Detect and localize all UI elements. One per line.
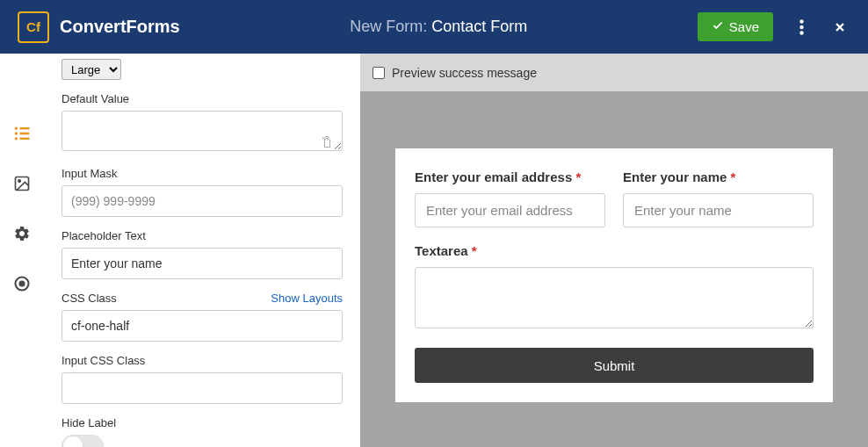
tab-fields[interactable] [12,124,32,143]
svg-point-7 [15,132,18,134]
show-layouts-link[interactable]: Show Layouts [271,292,343,305]
page-title: New Form: Contact Form [180,18,698,36]
title-prefix: New Form: [350,18,431,35]
default-value-input[interactable] [61,111,343,151]
svg-rect-8 [20,133,30,135]
hide-label-label: Hide Label [61,416,343,429]
submit-button[interactable]: Submit [415,348,814,383]
preview-panel: Preview success message Enter your email… [360,54,868,447]
preview-success-checkbox[interactable] [373,67,385,79]
css-class-label: CSS Class [61,292,117,305]
input-css-class-label: Input CSS Class [61,354,343,367]
textarea-field-label: Textarea * [415,243,814,258]
placeholder-text-label: Placeholder Text [61,229,343,242]
save-label: Save [729,19,759,34]
svg-rect-6 [20,127,30,130]
name-field[interactable] [623,193,814,227]
svg-point-0 [799,19,803,23]
svg-point-14 [20,282,25,286]
tab-design[interactable] [12,174,32,193]
title-name: Contact Form [431,18,527,35]
toggle-handle [63,436,83,447]
email-field[interactable] [415,193,605,227]
svg-point-12 [18,180,20,183]
svg-rect-10 [20,138,30,141]
svg-point-5 [15,127,18,130]
input-mask-input[interactable] [61,185,343,217]
size-select[interactable]: Large [61,59,121,80]
email-field-label: Enter your email address * [415,169,605,184]
logo-icon: Cf [18,11,49,43]
preview-area: Enter your email address * Enter your na… [360,91,868,447]
tab-submissions[interactable] [12,274,32,293]
textarea-field[interactable] [415,267,814,328]
placeholder-text-input[interactable] [61,248,343,279]
header-actions: Save [698,12,850,41]
more-menu-button[interactable] [791,17,812,38]
preview-toolbar: Preview success message [360,54,868,91]
app-header: Cf ConvertForms New Form: Contact Form S… [0,0,868,54]
main-area: Large Default Value 🏷 Input Mask Placeho… [0,54,868,447]
save-button[interactable]: Save [698,12,773,41]
svg-point-9 [15,137,18,140]
input-css-class-input[interactable] [61,372,343,404]
logo-area: Cf ConvertForms [18,11,180,43]
icon-rail [0,54,44,447]
check-icon [712,19,724,34]
form-card: Enter your email address * Enter your na… [395,148,833,402]
name-field-label: Enter your name * [623,169,814,184]
tab-settings[interactable] [12,224,32,243]
logo-text: ConvertForms [60,17,180,37]
hide-label-toggle[interactable] [61,435,104,447]
svg-point-1 [799,25,803,28]
preview-success-label: Preview success message [392,66,537,80]
settings-panel: Large Default Value 🏷 Input Mask Placeho… [44,54,360,447]
input-mask-label: Input Mask [61,167,343,180]
close-button[interactable] [829,17,850,38]
css-class-input[interactable] [61,310,343,342]
svg-point-2 [799,31,803,34]
default-value-label: Default Value [61,92,343,105]
